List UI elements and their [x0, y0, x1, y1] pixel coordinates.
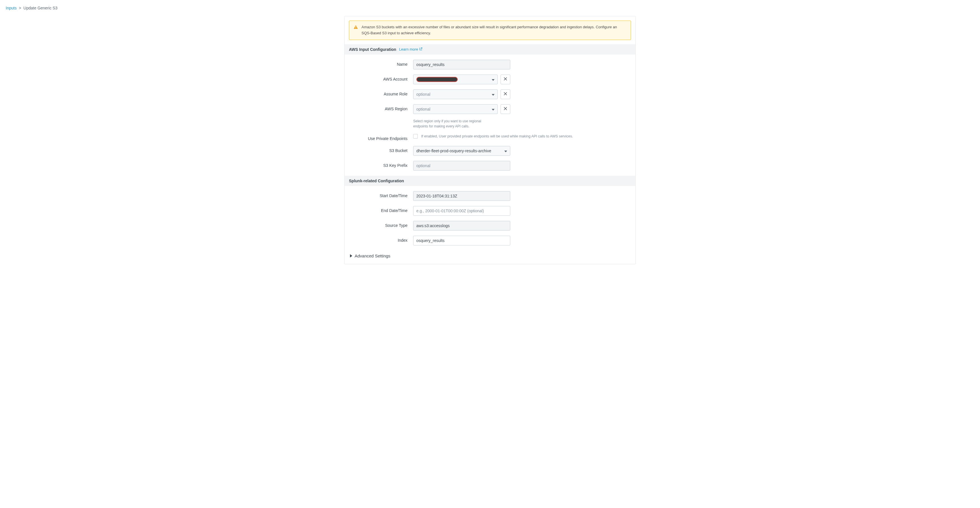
input-index[interactable]	[413, 236, 510, 245]
chevron-right-icon	[348, 254, 353, 258]
row-s3-key-prefix: S3 Key Prefix	[345, 161, 635, 170]
row-start-datetime: Start Date/Time	[345, 191, 635, 201]
select-s3-bucket-value: dherder-fleet-prod-osquery-results-archi…	[416, 148, 491, 153]
clear-aws-account-button[interactable]	[501, 75, 510, 84]
svg-rect-1	[355, 28, 356, 29]
input-name	[413, 60, 510, 69]
input-source-type	[413, 221, 510, 231]
row-aws-region: AWS Region optional Select region only i…	[345, 104, 635, 129]
close-icon	[504, 107, 507, 111]
learn-more-label: Learn more	[399, 47, 418, 51]
label-end-datetime: End Date/Time	[349, 206, 413, 213]
label-aws-account: AWS Account	[349, 75, 413, 81]
redacted-value	[416, 77, 458, 82]
row-aws-account: AWS Account	[345, 75, 635, 84]
advanced-settings-toggle[interactable]: Advanced Settings	[345, 250, 635, 258]
clear-aws-region-button[interactable]	[501, 104, 510, 114]
label-name: Name	[349, 60, 413, 67]
breadcrumb-link-inputs[interactable]: Inputs	[6, 6, 17, 10]
help-aws-region: Select region only if you want to use re…	[413, 119, 496, 129]
label-s3-bucket: S3 Bucket	[349, 146, 413, 153]
section-header-splunk: Splunk-related Configuration	[345, 176, 635, 186]
breadcrumb: Inputs > Update Generic S3	[6, 6, 974, 10]
caret-down-icon	[492, 92, 495, 97]
row-index: Index	[345, 236, 635, 245]
select-aws-region[interactable]: optional	[413, 104, 498, 114]
form-card: Amazon S3 buckets with an excessive numb…	[344, 16, 636, 264]
label-assume-role: Assume Role	[349, 89, 413, 96]
warning-icon	[353, 25, 358, 32]
alert-warning: Amazon S3 buckets with an excessive numb…	[349, 21, 631, 40]
alert-text: Amazon S3 buckets with an excessive numb…	[361, 24, 627, 36]
breadcrumb-current: Update Generic S3	[24, 6, 57, 10]
help-private-endpoints: If enabled, User provided private endpoi…	[421, 134, 573, 138]
label-index: Index	[349, 236, 413, 242]
section-header-aws: AWS Input Configuration Learn more	[345, 44, 635, 54]
svg-rect-0	[355, 26, 356, 28]
select-aws-account[interactable]	[413, 75, 498, 84]
section-title-splunk: Splunk-related Configuration	[349, 178, 404, 183]
select-assume-role-value: optional	[416, 92, 430, 97]
row-assume-role: Assume Role optional	[345, 89, 635, 99]
row-s3-bucket: S3 Bucket dherder-fleet-prod-osquery-res…	[345, 146, 635, 156]
input-start-datetime	[413, 191, 510, 201]
input-end-datetime[interactable]	[413, 206, 510, 216]
learn-more-link[interactable]: Learn more	[399, 47, 422, 51]
label-private-endpoints: Use Private Endpoints	[349, 134, 413, 141]
caret-down-icon	[492, 107, 495, 111]
external-link-icon	[419, 47, 422, 51]
select-assume-role[interactable]: optional	[413, 89, 498, 99]
input-s3-key-prefix	[413, 161, 510, 170]
row-private-endpoints: Use Private Endpoints If enabled, User p…	[345, 134, 635, 141]
clear-assume-role-button[interactable]	[501, 89, 510, 99]
advanced-settings-label: Advanced Settings	[355, 253, 390, 258]
label-source-type: Source Type	[349, 221, 413, 228]
breadcrumb-separator: >	[19, 6, 21, 10]
label-start-datetime: Start Date/Time	[349, 191, 413, 198]
close-icon	[504, 77, 507, 81]
label-s3-key-prefix: S3 Key Prefix	[349, 161, 413, 168]
row-name: Name	[345, 60, 635, 69]
caret-down-icon	[492, 77, 495, 82]
select-aws-region-value: optional	[416, 107, 430, 111]
row-source-type: Source Type	[345, 221, 635, 231]
section-title-aws: AWS Input Configuration	[349, 47, 396, 52]
caret-down-icon	[504, 148, 507, 153]
checkbox-private-endpoints[interactable]	[413, 134, 418, 139]
label-aws-region: AWS Region	[349, 104, 413, 111]
select-s3-bucket: dherder-fleet-prod-osquery-results-archi…	[413, 146, 510, 156]
close-icon	[504, 92, 507, 96]
row-end-datetime: End Date/Time	[345, 206, 635, 216]
